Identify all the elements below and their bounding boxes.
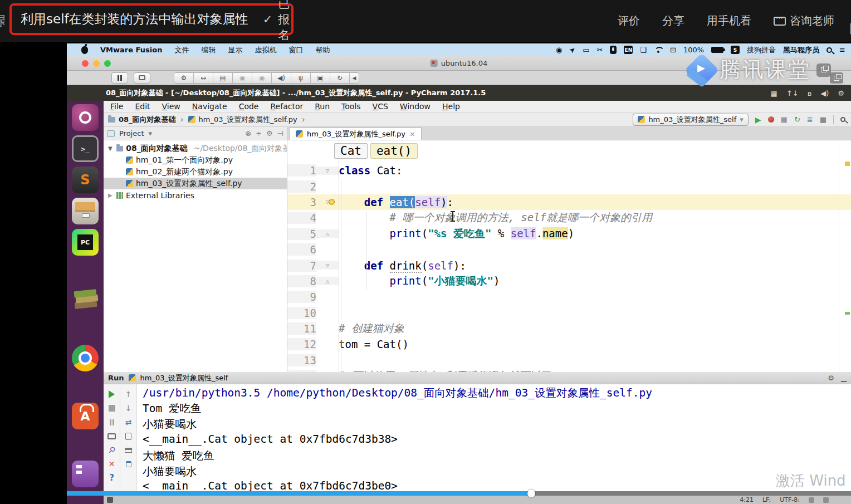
vm-harddisk-icon[interactable]: ▤ [213, 73, 233, 83]
panel-settings-gear-icon[interactable]: ⚙ [266, 129, 273, 138]
rerun-button[interactable] [109, 390, 115, 398]
caret-position[interactable]: 4:21 [740, 496, 754, 503]
microphone-icon[interactable] [610, 46, 617, 54]
input-en-badge[interactable]: EN [624, 46, 633, 54]
sogou-icon[interactable]: S [731, 46, 740, 54]
lock-icon[interactable] [809, 497, 814, 503]
toolwindow-toggle-icon[interactable] [107, 497, 113, 503]
vm-pause-button[interactable] [111, 72, 128, 84]
launcher-help-books[interactable] [72, 287, 99, 314]
scroll-to-end-icon[interactable] [125, 433, 131, 440]
breadcrumb-file[interactable]: hm_03_设置对象属性_self.py [199, 115, 297, 125]
screen-record-icon[interactable]: ◉ [556, 46, 562, 54]
run-configuration-select[interactable]: hm_03_设置对象属性_self ▾ [633, 114, 748, 126]
breadcrumb-project[interactable]: 08_面向对象基础 [119, 115, 176, 125]
vm-settings-wrench-icon[interactable]: ⚙ [174, 73, 194, 83]
video-scrubber-handle[interactable] [527, 490, 535, 497]
clear-output-icon[interactable] [126, 461, 131, 467]
vm-sync-icon[interactable]: ↻ [330, 73, 350, 83]
menu-file[interactable]: 文件 [174, 45, 189, 55]
info-stripe-mark[interactable] [845, 312, 850, 315]
launcher-ubuntu-software[interactable]: A [72, 403, 99, 429]
wifi-icon[interactable] [654, 47, 663, 53]
menu-tools[interactable]: Tools [341, 102, 361, 111]
stop-button[interactable] [109, 405, 115, 412]
layers-icon[interactable]: ❏ [640, 46, 647, 54]
project-panel-title[interactable]: Project [119, 129, 144, 138]
settings-gear-icon[interactable]: ⚙ [838, 89, 844, 97]
code-line-8[interactable]: 8▵ print("小猫要喝水") [287, 273, 851, 289]
show-console-icon[interactable] [107, 433, 116, 439]
fold-marker[interactable]: ▵ [316, 277, 339, 285]
run-tab-title[interactable]: hm_03_设置对象属性_self [140, 373, 228, 383]
vm-network-icon[interactable]: ↔ [194, 73, 213, 83]
code-line-14[interactable]: 14# 可以使用 .属性名 利用赋值语句就可以了 [287, 368, 851, 372]
vm-lock2-icon[interactable]: ◉ [252, 73, 272, 83]
menu-file[interactable]: File [110, 102, 123, 111]
launcher-terminal[interactable]: >_ [72, 135, 99, 162]
fullscreen-toggle-button[interactable] [830, 72, 843, 84]
pin-tab-icon[interactable]: ⚲ [105, 444, 118, 457]
debug-bug-icon[interactable] [768, 116, 774, 123]
soft-wrap-icon[interactable]: ⇄ [124, 418, 133, 427]
airplay-icon[interactable]: ⊡ [670, 46, 676, 54]
launcher-chrome[interactable] [72, 345, 99, 371]
vm-floppy-icon[interactable]: ▣ [311, 73, 330, 83]
concurrency-diagram-icon[interactable]: ≣ [807, 115, 813, 124]
menu-window[interactable]: Window [400, 102, 431, 111]
code-line-4[interactable]: 4 # 哪一个对象调用的方法, self就是哪一个对象的引用 [287, 210, 851, 226]
code-editor[interactable]: Cat eat() 1▿class Cat:23▿ def eat(self):… [287, 140, 851, 372]
code-line-9[interactable]: 9 [287, 289, 851, 305]
code-line-13[interactable]: 13 [287, 353, 851, 368]
watch-on-phone-link[interactable]: 用手机看 [707, 13, 751, 28]
code-line-3[interactable]: 3▿ def eat(self): [287, 194, 851, 210]
code-line-6[interactable]: 6 [287, 242, 851, 257]
apple-menu-icon[interactable] [81, 46, 88, 54]
menu-navigate[interactable]: Navigate [192, 102, 227, 111]
print-icon[interactable] [125, 448, 132, 453]
display-icon[interactable]: ▭ [583, 46, 589, 54]
menu-vcs[interactable]: VCS [373, 102, 388, 111]
tree-file-row[interactable]: hm_01_第一个面向对象.py [104, 154, 287, 166]
launcher-pycharm[interactable]: PC [72, 229, 99, 256]
keyboard-indicator-icon[interactable]: ▦ [771, 89, 777, 97]
filter-icon[interactable]: ⊗ [245, 129, 251, 138]
coverage-icon[interactable]: ▦ [781, 115, 788, 124]
tree-file-row[interactable]: hm_02_新建两个猫对象.py [104, 166, 287, 178]
menu-view[interactable]: 显示 [228, 45, 242, 55]
restore-window-button[interactable] [816, 63, 831, 77]
intention-bulb-icon[interactable] [329, 199, 335, 205]
vm-snapshot-button[interactable] [134, 72, 150, 84]
fold-marker[interactable]: ▿ [316, 198, 339, 206]
menu-help[interactable]: Help [442, 102, 460, 111]
menu-code[interactable]: Code [239, 102, 259, 111]
close-window-button[interactable] [82, 60, 89, 67]
bluetooth-icon[interactable]: ʙ [808, 89, 812, 97]
search-everywhere-icon[interactable] [840, 117, 845, 122]
collapse-all-icon[interactable]: ÷ [256, 129, 262, 138]
run-settings-gear-icon[interactable]: ⚙ [828, 374, 834, 382]
hector-inspector-icon[interactable] [823, 497, 829, 503]
up-stack-trace-icon[interactable]: ↑ [124, 390, 133, 399]
network-updown-icon[interactable]: ↑↓ [786, 89, 799, 97]
fold-marker[interactable]: ▿ [316, 167, 339, 175]
tree-external-libraries-row[interactable]: ▶ External Libraries [104, 189, 287, 201]
launcher-sublime-text[interactable]: S [72, 167, 99, 193]
spotlight-search-icon[interactable] [826, 47, 832, 53]
code-line-10[interactable]: 10 [287, 305, 851, 321]
menu-help[interactable]: 帮助 [315, 45, 330, 55]
notification-list-icon[interactable]: ≡ [839, 46, 845, 54]
fold-marker[interactable]: ▿ [316, 261, 339, 270]
video-progress-bar[interactable] [67, 491, 851, 496]
run-button[interactable]: ▶ [755, 115, 761, 124]
chevron-down-icon[interactable]: ▾ [148, 129, 152, 138]
launcher-ubuntu-dash[interactable] [72, 104, 99, 131]
close-panel-icon[interactable]: ✕ [107, 459, 116, 468]
warning-stripe-mark[interactable] [845, 162, 850, 166]
code-line-1[interactable]: 1▿class Cat: [287, 163, 851, 178]
ime-label[interactable]: 搜狗拼音 [747, 45, 776, 55]
help-icon[interactable]: ? [107, 473, 116, 482]
menu-run[interactable]: Run [315, 102, 330, 111]
menu-vmware-fusion[interactable]: VMware Fusion [100, 46, 162, 54]
launcher-file-manager[interactable] [72, 198, 99, 224]
